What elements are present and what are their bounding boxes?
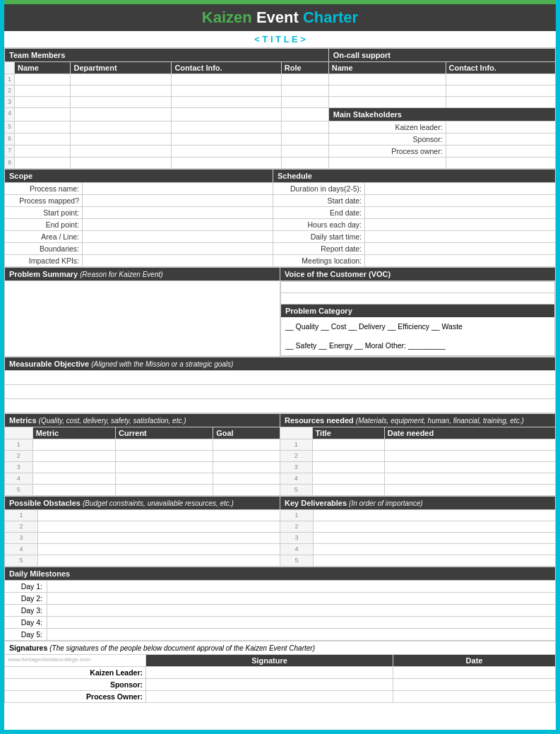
resource-title-1[interactable] [312, 439, 384, 450]
oc-contact-1[interactable] [446, 74, 555, 85]
scope-mapped-val[interactable] [83, 195, 273, 207]
sched-report-val[interactable] [365, 243, 556, 255]
scope-kpis-val[interactable] [83, 255, 273, 267]
tm-role-4[interactable] [281, 108, 328, 122]
resource-date-2[interactable] [384, 450, 555, 461]
sig-sponsor-val[interactable] [146, 678, 393, 690]
oc-name-3[interactable] [328, 97, 446, 108]
tm-contact-3[interactable] [172, 97, 281, 108]
tm-dept-3[interactable] [71, 97, 172, 108]
tm-contact-5[interactable] [172, 122, 281, 134]
scope-area-val[interactable] [83, 231, 273, 243]
deliverable-2[interactable] [313, 521, 555, 532]
tm-role-7[interactable] [281, 146, 328, 158]
metric-1[interactable] [32, 439, 115, 450]
tm-role-5[interactable] [281, 122, 328, 134]
sched-hours-val[interactable] [365, 219, 556, 231]
sched-duration-val[interactable] [365, 183, 556, 195]
metric-current-1[interactable] [116, 439, 213, 450]
metric-current-5[interactable] [116, 484, 213, 495]
deliverable-5[interactable] [313, 555, 555, 566]
resource-title-5[interactable] [312, 484, 384, 495]
metric-2[interactable] [32, 450, 115, 461]
tm-contact-2[interactable] [172, 85, 281, 97]
tm-name-5[interactable] [15, 122, 71, 134]
day5-val[interactable] [47, 628, 556, 640]
tm-role-6[interactable] [281, 134, 328, 146]
metric-goal-2[interactable] [213, 450, 280, 461]
day4-val[interactable] [47, 616, 556, 628]
resource-date-5[interactable] [384, 484, 555, 495]
metric-goal-1[interactable] [213, 439, 280, 450]
resource-date-4[interactable] [384, 473, 555, 484]
metric-current-3[interactable] [116, 461, 213, 473]
tm-contact-8[interactable] [172, 158, 281, 169]
obstacle-4[interactable] [37, 543, 280, 555]
resource-date-3[interactable] [384, 461, 555, 473]
measurable-val-2[interactable] [5, 384, 556, 398]
obstacle-5[interactable] [37, 555, 280, 566]
resource-title-3[interactable] [312, 461, 384, 473]
metric-5[interactable] [32, 484, 115, 495]
day1-val[interactable] [47, 580, 556, 592]
sig-kaizen-date[interactable] [393, 666, 556, 678]
metric-current-2[interactable] [116, 450, 213, 461]
tm-contact-4[interactable] [172, 108, 281, 122]
tm-name-1[interactable] [15, 74, 71, 85]
sig-kaizen-val[interactable] [146, 666, 393, 678]
scope-process-name-val[interactable] [83, 183, 273, 195]
oc-contact-3[interactable] [446, 97, 555, 108]
sched-start-val[interactable] [365, 195, 556, 207]
tm-name-8[interactable] [15, 158, 71, 169]
tm-name-4[interactable] [15, 108, 71, 122]
tm-dept-7[interactable] [71, 146, 172, 158]
sched-end-val[interactable] [365, 207, 556, 219]
tm-name-7[interactable] [15, 146, 71, 158]
deliverable-1[interactable] [313, 509, 555, 521]
scope-boundaries-val[interactable] [83, 243, 273, 255]
stakeholder-owner-val[interactable] [446, 146, 555, 158]
oc-name-1[interactable] [328, 74, 446, 85]
tm-dept-4[interactable] [71, 108, 172, 122]
tm-name-3[interactable] [15, 97, 71, 108]
tm-dept-1[interactable] [71, 74, 172, 85]
scope-start-val[interactable] [83, 207, 273, 219]
stakeholder-extra2[interactable] [446, 158, 555, 169]
metric-3[interactable] [32, 461, 115, 473]
tm-dept-5[interactable] [71, 122, 172, 134]
obstacle-1[interactable] [37, 509, 280, 521]
resource-date-1[interactable] [384, 439, 555, 450]
oc-contact-2[interactable] [446, 85, 555, 97]
deliverable-3[interactable] [313, 532, 555, 543]
obstacle-3[interactable] [37, 532, 280, 543]
tm-role-1[interactable] [281, 74, 328, 85]
day3-val[interactable] [47, 604, 556, 616]
scope-end-val[interactable] [83, 219, 273, 231]
tm-dept-6[interactable] [71, 134, 172, 146]
sig-owner-val[interactable] [146, 690, 393, 702]
stakeholder-extra1[interactable] [328, 158, 446, 169]
problem-summary-val[interactable] [5, 281, 280, 357]
sched-dailystart-val[interactable] [365, 231, 556, 243]
day2-val[interactable] [47, 592, 556, 604]
obstacle-2[interactable] [37, 521, 280, 532]
measurable-val-1[interactable] [5, 370, 556, 384]
tm-role-8[interactable] [281, 158, 328, 169]
metric-goal-5[interactable] [213, 484, 280, 495]
resource-title-4[interactable] [312, 473, 384, 484]
stakeholder-sponsor-val[interactable] [446, 134, 555, 146]
deliverable-4[interactable] [313, 543, 555, 555]
metric-goal-4[interactable] [213, 473, 280, 484]
metric-4[interactable] [32, 473, 115, 484]
sig-owner-date[interactable] [393, 690, 556, 702]
tm-role-3[interactable] [281, 97, 328, 108]
tm-dept-8[interactable] [71, 158, 172, 169]
measurable-val-3[interactable] [5, 398, 556, 413]
tm-contact-7[interactable] [172, 146, 281, 158]
tm-name-6[interactable] [15, 134, 71, 146]
voc-line1[interactable] [281, 282, 555, 293]
tm-dept-2[interactable] [71, 85, 172, 97]
oc-name-2[interactable] [328, 85, 446, 97]
voc-line2[interactable] [281, 293, 555, 304]
resource-title-2[interactable] [312, 450, 384, 461]
